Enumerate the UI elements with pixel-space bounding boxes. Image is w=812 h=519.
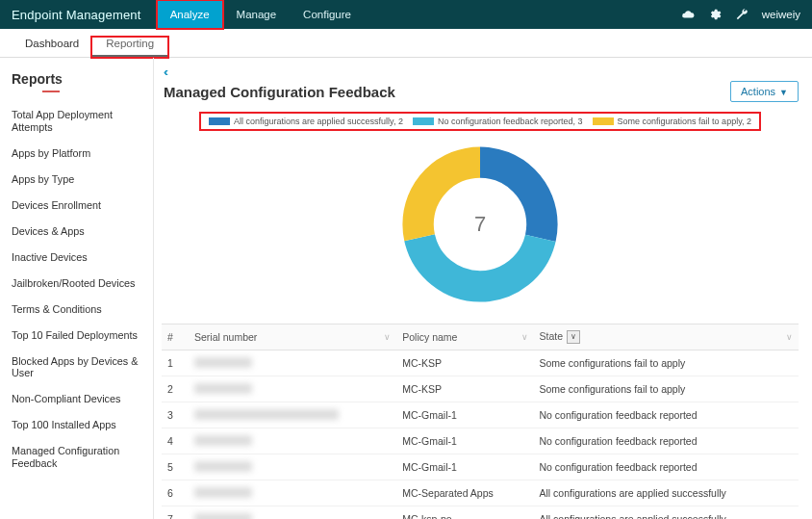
sidebar-heading: Reports (12, 71, 143, 87)
legend-label: Some configurations fail to apply, 2 (618, 117, 751, 126)
table-row[interactable]: 6xMC-Separated AppsAll configurations ar… (162, 480, 799, 506)
results-table: # Serial number∨ Policy name∨ State∨∨ 1x… (162, 324, 799, 519)
cell-serial: x (189, 454, 396, 480)
cell-state: Some configurations fail to apply (534, 376, 799, 402)
cell-state: All configurations are applied successfu… (534, 506, 799, 519)
table-row[interactable]: 5xMC-Gmail-1No configuration feedback re… (162, 454, 799, 480)
cell-state: All configurations are applied successfu… (534, 480, 799, 506)
cell-serial: x (189, 402, 396, 428)
wrench-icon[interactable] (735, 8, 749, 21)
legend-item: No configuration feedback reported, 3 (413, 117, 583, 126)
chart-legend: All configurations are applied successfu… (199, 112, 761, 131)
table-row[interactable]: 4xMC-Gmail-1No configuration feedback re… (162, 428, 799, 454)
top-right: weiweiy (681, 8, 800, 21)
top-bar: Endpoint Management Analyze Manage Confi… (0, 0, 812, 29)
legend-swatch (593, 117, 614, 125)
subtab-dashboard[interactable]: Dashboard (12, 38, 92, 57)
cell-policy: MC-ksp-po (396, 506, 533, 519)
subtab-reporting[interactable]: Reporting (92, 38, 167, 57)
legend-swatch (413, 117, 434, 125)
cell-policy: MC-Separated Apps (396, 480, 533, 506)
sort-icon: ∨ (384, 332, 391, 342)
sidebar-item[interactable]: Inactive Devices (12, 245, 143, 271)
legend-item: All configurations are applied successfu… (209, 117, 403, 126)
cell-index: 5 (162, 454, 189, 480)
sidebar-item[interactable]: Apps by Platform (12, 141, 143, 167)
cloud-icon[interactable] (681, 8, 695, 21)
caret-down-icon: ▼ (779, 88, 788, 97)
sidebar-item[interactable]: Devices & Apps (12, 219, 143, 245)
actions-label: Actions (741, 86, 775, 97)
cell-index: 2 (162, 376, 189, 402)
sidebar-item[interactable]: Top 10 Failed Deployments (12, 323, 143, 349)
topnav-manage[interactable]: Manage (223, 0, 291, 29)
legend-label: No configuration feedback reported, 3 (438, 117, 583, 126)
sidebar-item[interactable]: Jailbroken/Rooted Devices (12, 271, 143, 297)
sidebar: Reports Total App Deployment AttemptsApp… (0, 58, 154, 519)
donut-chart: 7 (398, 143, 562, 306)
cell-policy: MC-Gmail-1 (396, 454, 533, 480)
state-filter-dropdown[interactable]: ∨ (567, 330, 580, 344)
sidebar-item[interactable]: Total App Deployment Attempts (12, 102, 143, 141)
cell-state: Some configurations fail to apply (534, 350, 799, 376)
topnav-configure[interactable]: Configure (290, 0, 365, 29)
table-row[interactable]: 7xMC-ksp-poAll configurations are applie… (162, 506, 799, 519)
cell-serial: x (189, 506, 396, 519)
sidebar-item[interactable]: Terms & Conditions (12, 297, 143, 323)
topnav-analyze[interactable]: Analyze (157, 0, 223, 29)
page-title: Managed Configuration Feedback (164, 84, 395, 100)
actions-button[interactable]: Actions▼ (730, 81, 799, 102)
legend-item: Some configurations fail to apply, 2 (593, 117, 751, 126)
cell-index: 6 (162, 480, 189, 506)
cell-policy: MC-KSP (396, 350, 533, 376)
gear-icon[interactable] (708, 8, 722, 21)
cell-state: No configuration feedback reported (534, 402, 799, 428)
sidebar-item[interactable]: Top 100 Installed Apps (12, 412, 143, 438)
cell-policy: MC-Gmail-1 (396, 402, 533, 428)
th-serial[interactable]: Serial number∨ (189, 324, 396, 350)
sidebar-underline (42, 91, 60, 92)
cell-serial: x (189, 480, 396, 506)
cell-state: No configuration feedback reported (534, 454, 799, 480)
cell-serial: x (189, 350, 396, 376)
collapse-sidebar-icon[interactable]: ‹‹ (164, 65, 799, 79)
cell-index: 3 (162, 402, 189, 428)
legend-swatch (209, 117, 230, 125)
sidebar-item[interactable]: Managed Configuration Feedback (12, 438, 143, 477)
sidebar-item[interactable]: Non-Compliant Devices (12, 386, 143, 412)
sort-icon: ∨ (786, 332, 793, 342)
cell-index: 7 (162, 506, 189, 519)
user-menu[interactable]: weiweiy (762, 9, 800, 20)
sidebar-item[interactable]: Devices Enrollment (12, 193, 143, 219)
sort-icon: ∨ (521, 332, 528, 342)
sidebar-item[interactable]: Blocked Apps by Devices & User (12, 349, 143, 387)
th-state[interactable]: State∨∨ (534, 324, 799, 350)
th-policy[interactable]: Policy name∨ (396, 324, 533, 350)
main-pane: ‹‹ Managed Configuration Feedback Action… (154, 58, 812, 519)
legend-label: All configurations are applied successfu… (234, 117, 403, 126)
cell-state: No configuration feedback reported (534, 428, 799, 454)
cell-policy: MC-Gmail-1 (396, 428, 533, 454)
top-nav: Analyze Manage Configure (157, 0, 365, 29)
sub-nav: Dashboard Reporting (0, 29, 812, 58)
table-row[interactable]: 3xMC-Gmail-1No configuration feedback re… (162, 402, 799, 428)
cell-serial: x (189, 428, 396, 454)
th-index[interactable]: # (162, 324, 189, 350)
cell-serial: x (189, 376, 396, 402)
donut-center-total: 7 (398, 143, 562, 306)
sidebar-item[interactable]: Apps by Type (12, 167, 143, 193)
brand-label: Endpoint Management (12, 8, 141, 22)
table-row[interactable]: 2xMC-KSPSome configurations fail to appl… (162, 376, 799, 402)
cell-policy: MC-KSP (396, 376, 533, 402)
table-row[interactable]: 1xMC-KSPSome configurations fail to appl… (162, 350, 799, 376)
cell-index: 4 (162, 428, 189, 454)
cell-index: 1 (162, 350, 189, 376)
